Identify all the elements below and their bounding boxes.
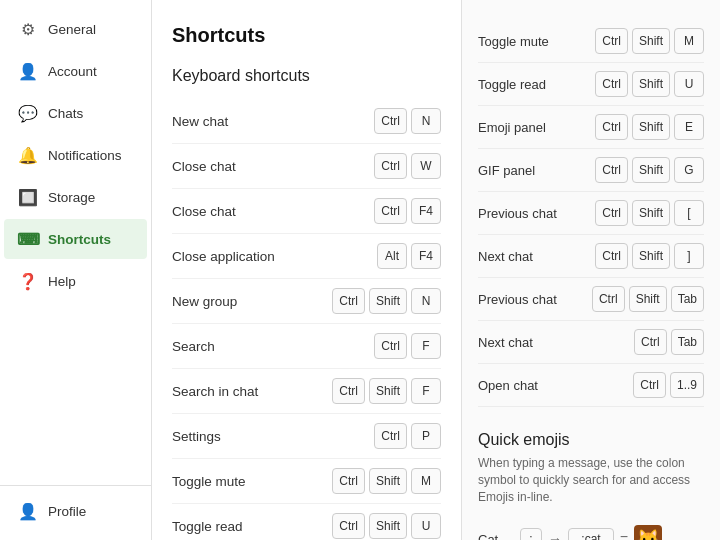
sidebar-item-help[interactable]: ❓ Help	[4, 261, 147, 301]
right-shortcut-row-1: Toggle readCtrlShiftU	[478, 63, 704, 106]
key-badge: Tab	[671, 286, 704, 312]
left-shortcut-row-6: Search in chatCtrlShiftF	[172, 369, 441, 414]
key-badge: Ctrl	[332, 378, 365, 404]
quick-emojis-title: Quick emojis	[478, 431, 704, 449]
key-badge: E	[674, 114, 704, 140]
left-shortcut-row-2: Close chatCtrlF4	[172, 189, 441, 234]
key-badge: Ctrl	[374, 198, 407, 224]
key-badge: Alt	[377, 243, 407, 269]
shortcut-keys: CtrlShiftM	[595, 28, 704, 54]
key-badge: [	[674, 200, 704, 226]
shortcut-label: Toggle mute	[172, 474, 332, 489]
shortcut-label: Search in chat	[172, 384, 332, 399]
key-badge: Tab	[671, 329, 704, 355]
left-shortcut-row-8: Toggle muteCtrlShiftM	[172, 459, 441, 504]
key-badge: Ctrl	[595, 200, 628, 226]
emoji-row-0: Cat : → :cat = 🐱	[478, 517, 704, 540]
key-badge: Ctrl	[595, 243, 628, 269]
shortcut-label: Emoji panel	[478, 120, 595, 135]
key-badge: M	[411, 468, 441, 494]
emoji-name: Cat	[478, 532, 514, 540]
keyboard-section-title: Keyboard shortcuts	[172, 67, 441, 85]
key-badge: Ctrl	[332, 468, 365, 494]
key-badge: U	[411, 513, 441, 539]
key-badge: F4	[411, 243, 441, 269]
right-shortcut-row-0: Toggle muteCtrlShiftM	[478, 20, 704, 63]
key-badge: Shift	[369, 378, 407, 404]
left-shortcut-row-0: New chatCtrlN	[172, 99, 441, 144]
shortcuts-icon: ⌨	[18, 229, 38, 249]
left-panel: Shortcuts Keyboard shortcuts New chatCtr…	[152, 0, 462, 540]
key-badge: F	[411, 333, 441, 359]
right-panel: Toggle muteCtrlShiftMToggle readCtrlShif…	[462, 0, 720, 540]
shortcut-label: Next chat	[478, 249, 595, 264]
shortcut-label: Toggle read	[172, 519, 332, 534]
shortcut-keys: CtrlF	[374, 333, 441, 359]
key-badge: Ctrl	[374, 153, 407, 179]
shortcut-keys: CtrlShift]	[595, 243, 704, 269]
key-badge: M	[674, 28, 704, 54]
left-shortcut-row-7: SettingsCtrlP	[172, 414, 441, 459]
shortcut-label: Previous chat	[478, 206, 595, 221]
right-shortcut-row-8: Open chatCtrl1..9	[478, 364, 704, 407]
left-shortcut-row-4: New groupCtrlShiftN	[172, 279, 441, 324]
shortcut-keys: CtrlW	[374, 153, 441, 179]
shortcut-label: Search	[172, 339, 374, 354]
key-badge: 1..9	[670, 372, 704, 398]
key-badge: W	[411, 153, 441, 179]
shortcut-keys: CtrlShiftM	[332, 468, 441, 494]
key-badge: Ctrl	[332, 513, 365, 539]
right-shortcut-row-2: Emoji panelCtrlShiftE	[478, 106, 704, 149]
shortcut-keys: CtrlShiftG	[595, 157, 704, 183]
key-badge: F	[411, 378, 441, 404]
sidebar-item-account[interactable]: 👤 Account	[4, 51, 147, 91]
key-badge: Ctrl	[592, 286, 625, 312]
sidebar-item-general[interactable]: ⚙ General	[4, 9, 147, 49]
quick-emojis-section: Quick emojis When typing a message, use …	[478, 431, 704, 540]
general-icon: ⚙	[18, 19, 38, 39]
sidebar-item-chats[interactable]: 💬 Chats	[4, 93, 147, 133]
shortcut-label: Close chat	[172, 159, 374, 174]
shortcut-keys: CtrlShiftU	[332, 513, 441, 539]
shortcut-keys: CtrlTab	[634, 329, 704, 355]
sidebar-label-help: Help	[48, 274, 76, 289]
key-badge: Ctrl	[374, 423, 407, 449]
profile-icon: 👤	[18, 501, 38, 521]
key-badge: Ctrl	[633, 372, 666, 398]
key-badge: F4	[411, 198, 441, 224]
shortcut-keys: CtrlP	[374, 423, 441, 449]
shortcut-label: New group	[172, 294, 332, 309]
chats-icon: 💬	[18, 103, 38, 123]
emoji-list: Cat : → :cat = 🐱 Hat : → :hat = 🎩	[478, 517, 704, 540]
key-badge: P	[411, 423, 441, 449]
sidebar-item-storage[interactable]: 🔲 Storage	[4, 177, 147, 217]
key-badge: G	[674, 157, 704, 183]
shortcut-keys: CtrlF4	[374, 198, 441, 224]
quick-emojis-desc: When typing a message, use the colon sym…	[478, 455, 704, 505]
left-shortcut-row-9: Toggle readCtrlShiftU	[172, 504, 441, 540]
shortcut-keys: CtrlShiftU	[595, 71, 704, 97]
shortcut-keys: CtrlShiftF	[332, 378, 441, 404]
sidebar-item-shortcuts[interactable]: ⌨ Shortcuts	[4, 219, 147, 259]
account-icon: 👤	[18, 61, 38, 81]
shortcut-label: Toggle mute	[478, 34, 595, 49]
help-icon: ❓	[18, 271, 38, 291]
sidebar-label-account: Account	[48, 64, 97, 79]
right-shortcut-row-3: GIF panelCtrlShiftG	[478, 149, 704, 192]
sidebar-label-storage: Storage	[48, 190, 95, 205]
sidebar-item-profile[interactable]: 👤 Profile	[4, 491, 147, 531]
sidebar-label-chats: Chats	[48, 106, 83, 121]
key-badge: Ctrl	[332, 288, 365, 314]
sidebar-item-notifications[interactable]: 🔔 Notifications	[4, 135, 147, 175]
shortcut-label: Next chat	[478, 335, 634, 350]
key-badge: Ctrl	[374, 108, 407, 134]
key-badge: Shift	[632, 243, 670, 269]
key-badge: N	[411, 108, 441, 134]
key-badge: Shift	[369, 513, 407, 539]
sidebar-label-profile: Profile	[48, 504, 86, 519]
left-shortcuts-list: New chatCtrlNClose chatCtrlWClose chatCt…	[172, 99, 441, 540]
shortcut-label: GIF panel	[478, 163, 595, 178]
left-shortcut-row-5: SearchCtrlF	[172, 324, 441, 369]
shortcut-label: New chat	[172, 114, 374, 129]
shortcut-keys: CtrlShiftTab	[592, 286, 704, 312]
